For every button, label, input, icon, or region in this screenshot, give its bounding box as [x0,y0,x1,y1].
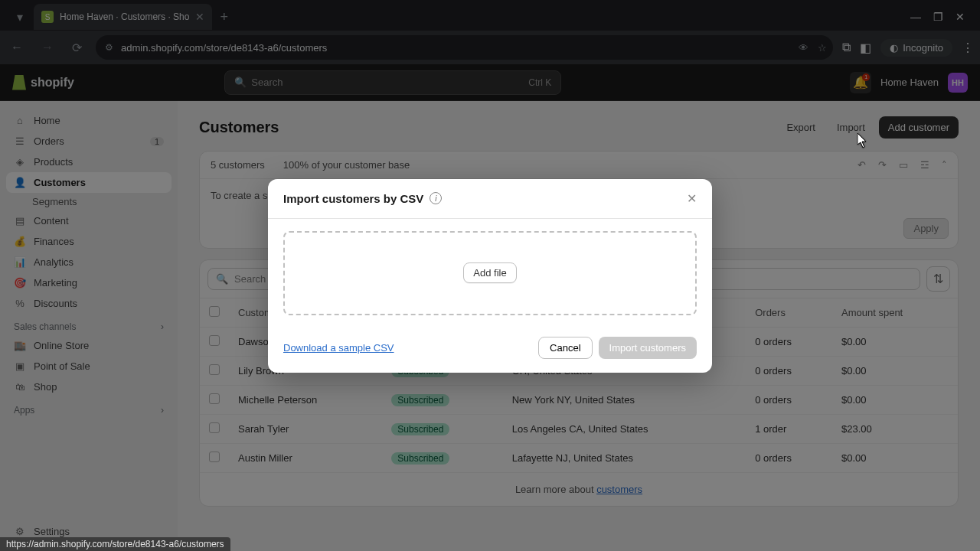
add-file-button[interactable]: Add file [463,262,516,283]
cancel-button[interactable]: Cancel [538,337,592,359]
modal-close-button[interactable]: ✕ [687,191,697,206]
file-dropzone[interactable]: Add file [283,231,697,315]
modal-body: Add file [268,219,712,328]
status-url: https://admin.shopify.com/store/de8143-a… [6,539,224,549]
download-sample-link[interactable]: Download a sample CSV [283,342,394,354]
info-icon[interactable]: i [430,192,442,204]
modal-title: Import customers by CSV [283,192,423,205]
modal-overlay[interactable]: Import customers by CSV i ✕ Add file Dow… [0,0,980,551]
modal-footer: Download a sample CSV Cancel Import cust… [268,328,712,373]
import-customers-button[interactable]: Import customers [599,337,697,359]
status-bar: https://admin.shopify.com/store/de8143-a… [0,537,230,551]
modal-header: Import customers by CSV i ✕ [268,179,712,219]
import-csv-modal: Import customers by CSV i ✕ Add file Dow… [268,179,712,373]
